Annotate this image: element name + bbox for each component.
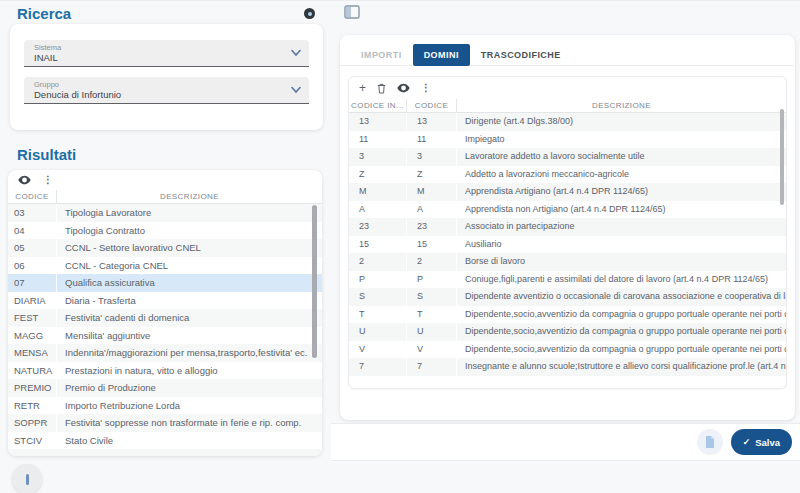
detail-card: IMPORTI DOMINI TRASCODIFICHE + ⋮ CODICE … — [340, 35, 795, 420]
visibility-icon[interactable] — [397, 83, 410, 93]
row-code-in: 11 — [349, 131, 407, 149]
row-code: P — [407, 271, 457, 289]
row-code: 11 — [407, 131, 457, 149]
results-table-header: CODICE DESCRIZIONE — [8, 190, 322, 204]
row-code: DIARIA — [8, 292, 57, 310]
domini-scrollbar[interactable] — [780, 109, 784, 205]
more-options-icon[interactable]: ⋮ — [421, 83, 431, 93]
delete-icon[interactable] — [377, 83, 386, 94]
row-code: SOPPR — [8, 414, 57, 432]
row-description: CCNL - Settore lavorativo CNEL — [57, 239, 322, 257]
table-row[interactable]: 04 Tipologia Contratto — [8, 222, 322, 240]
table-row[interactable]: MAGG Mensilita' aggiuntive — [8, 327, 322, 345]
save-button[interactable]: ✓ Salva — [731, 429, 792, 455]
row-code: PREMIO — [8, 379, 57, 397]
row-code-in: T — [349, 306, 407, 324]
row-code-in: A — [349, 201, 407, 219]
row-code-in: Z — [349, 166, 407, 184]
chevron-down-icon — [291, 86, 301, 94]
table-row[interactable]: S S Dipendente avventizio o occasionale … — [349, 288, 786, 306]
results-table-body: 03 Tipologia Lavoratore 04 Tipologia Con… — [8, 204, 322, 449]
row-description: Ausiliario — [457, 236, 786, 254]
table-row[interactable]: 11 11 Impiegato — [349, 131, 786, 149]
row-code-in: 13 — [349, 113, 407, 131]
top-divider — [0, 0, 800, 1]
chevron-down-icon — [291, 49, 301, 57]
table-row[interactable]: T T Dipendente,socio,avventizio da compa… — [349, 306, 786, 324]
table-row[interactable]: MENSA Indennita'/maggiorazioni per mensa… — [8, 344, 322, 362]
row-description: Tipologia Lavoratore — [57, 204, 322, 222]
split-view-icon[interactable] — [344, 5, 360, 19]
table-row[interactable]: 2 2 Borse di lavoro — [349, 253, 786, 271]
table-row[interactable]: 23 23 Associato in partecipazione — [349, 218, 786, 236]
table-row[interactable]: SOPPR Festivita' soppresse non trasforma… — [8, 414, 322, 432]
tab-trascodifiche[interactable]: TRASCODIFICHE — [470, 44, 572, 66]
row-code: MAGG — [8, 327, 57, 345]
gruppo-value: Denucia di Infortunio — [34, 89, 283, 100]
row-code: Z — [407, 166, 457, 184]
document-button[interactable] — [697, 429, 723, 455]
row-code-in: 15 — [349, 236, 407, 254]
table-row[interactable]: 07 Qualifica assicurativa — [8, 274, 322, 292]
row-description: Borse di lavoro — [457, 253, 786, 271]
row-code: T — [407, 306, 457, 324]
table-row[interactable]: 3 3 Lavoratore addetto a lavoro socialme… — [349, 148, 786, 166]
row-code: A — [407, 201, 457, 219]
results-card: ⋮ CODICE DESCRIZIONE 03 Tipologia Lavora… — [8, 170, 322, 456]
visibility-icon[interactable] — [18, 175, 31, 185]
row-description: Importo Retribuzione Lorda — [57, 397, 322, 415]
save-button-label: Salva — [755, 437, 780, 448]
tab-importi[interactable]: IMPORTI — [350, 44, 413, 66]
table-row[interactable]: 06 CCNL - Categoria CNEL — [8, 257, 322, 275]
row-code: 13 — [407, 113, 457, 131]
document-icon — [705, 436, 715, 448]
table-row[interactable]: STCIV Stato Civile — [8, 432, 322, 450]
clipped-row — [8, 449, 322, 456]
table-row[interactable]: 7 7 Insegnante e alunno scuole;Istruttor… — [349, 358, 786, 376]
table-row[interactable]: NATURA Prestazioni in natura, vitto e al… — [8, 362, 322, 380]
row-description: Insegnante e alunno scuole;Istruttore e … — [457, 358, 786, 376]
row-code-in: S — [349, 288, 407, 306]
table-row[interactable]: A A Apprendista non Artigiano (art.4 n.4… — [349, 201, 786, 219]
table-row[interactable]: FEST Festivita' cadenti di domenica — [8, 309, 322, 327]
more-options-icon[interactable]: ⋮ — [43, 175, 53, 185]
tab-domini[interactable]: DOMINI — [413, 44, 470, 66]
sistema-select[interactable]: Sistema INAIL — [24, 40, 309, 67]
row-description: Dipendente avventizio o occasionale di c… — [457, 288, 786, 306]
row-code: 07 — [8, 274, 57, 292]
row-code: 04 — [8, 222, 57, 240]
domini-table-card: + ⋮ CODICE IN... CODICE DESCRIZIONE 13 1… — [348, 76, 787, 389]
row-code-in: 2 — [349, 253, 407, 271]
table-row[interactable]: 03 Tipologia Lavoratore — [8, 204, 322, 222]
detail-tabs: IMPORTI DOMINI TRASCODIFICHE — [340, 35, 795, 66]
row-code-in: 3 — [349, 148, 407, 166]
row-code-in: 23 — [349, 218, 407, 236]
table-row[interactable]: 13 13 Dirigente (art.4 Dlgs.38/00) — [349, 113, 786, 131]
row-description: Lavoratore addetto a lavoro socialmente … — [457, 148, 786, 166]
row-code: STCIV — [8, 432, 57, 450]
row-description: Coniuge,figli,parenti e assimilati del d… — [457, 271, 786, 289]
row-description: Impiegato — [457, 131, 786, 149]
row-code: 2 — [407, 253, 457, 271]
row-code: RETR — [8, 397, 57, 415]
table-row[interactable]: M M Apprendista Artigiano (art.4 n.4 DPR… — [349, 183, 786, 201]
table-row[interactable]: PREMIO Premio di Produzione — [8, 379, 322, 397]
table-row[interactable]: DIARIA Diaria - Trasferta — [8, 292, 322, 310]
results-scrollbar[interactable] — [312, 205, 317, 358]
row-code: 15 — [407, 236, 457, 254]
table-row[interactable]: Z Z Addetto a lavorazioni meccanico-agri… — [349, 166, 786, 184]
gruppo-select[interactable]: Gruppo Denucia di Infortunio — [24, 77, 309, 104]
record-toggle-icon[interactable] — [303, 7, 316, 20]
table-row[interactable]: V V Dipendente,socio,avventizio da compa… — [349, 341, 786, 359]
table-row[interactable]: U U Dipendente,socio,avventizio da compa… — [349, 323, 786, 341]
info-button[interactable] — [12, 464, 42, 493]
sistema-value: INAIL — [34, 52, 283, 63]
table-row[interactable]: RETR Importo Retribuzione Lorda — [8, 397, 322, 415]
add-row-icon[interactable]: + — [359, 82, 366, 94]
row-code: NATURA — [8, 362, 57, 380]
results-panel-title: Risultati — [17, 146, 76, 163]
table-row[interactable]: 05 CCNL - Settore lavorativo CNEL — [8, 239, 322, 257]
table-row[interactable]: P P Coniuge,figli,parenti e assimilati d… — [349, 271, 786, 289]
table-row[interactable]: 15 15 Ausiliario — [349, 236, 786, 254]
row-description: Stato Civile — [57, 432, 322, 450]
